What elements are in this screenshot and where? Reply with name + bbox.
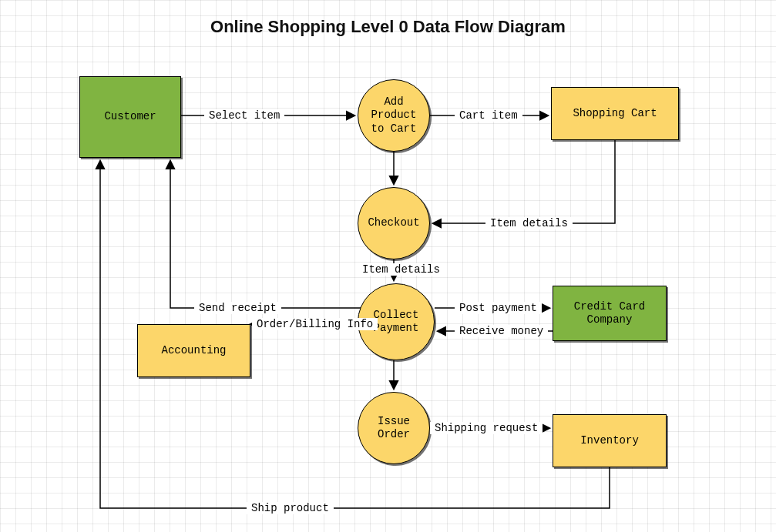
label-item-details-2: Item details bbox=[358, 263, 445, 276]
label-select-item: Select item bbox=[204, 109, 284, 122]
label-shipping-request: Shipping request bbox=[430, 422, 543, 434]
process-add-product: Add Product to Cart bbox=[358, 79, 430, 152]
diagram-title: Online Shopping Level 0 Data Flow Diagra… bbox=[0, 17, 776, 37]
label-send-receipt: Send receipt bbox=[194, 302, 281, 314]
store-inventory: Inventory bbox=[553, 414, 667, 467]
label-receive-money: Receive money bbox=[455, 325, 548, 337]
process-checkout: Checkout bbox=[358, 187, 430, 259]
store-shopping-cart: Shopping Cart bbox=[551, 87, 679, 140]
label-cart-item: Cart item bbox=[455, 109, 522, 122]
label-ship-product: Ship product bbox=[247, 502, 334, 514]
entity-accounting: Accounting bbox=[137, 324, 250, 377]
label-post-payment: Post payment bbox=[455, 302, 542, 314]
process-issue-order: Issue Order bbox=[358, 392, 430, 464]
entity-customer: Customer bbox=[79, 76, 181, 158]
label-item-details-1: Item details bbox=[485, 217, 573, 229]
entity-credit-card: Credit Card Company bbox=[553, 286, 667, 341]
label-order-billing: Order/Billing Info bbox=[252, 318, 378, 330]
